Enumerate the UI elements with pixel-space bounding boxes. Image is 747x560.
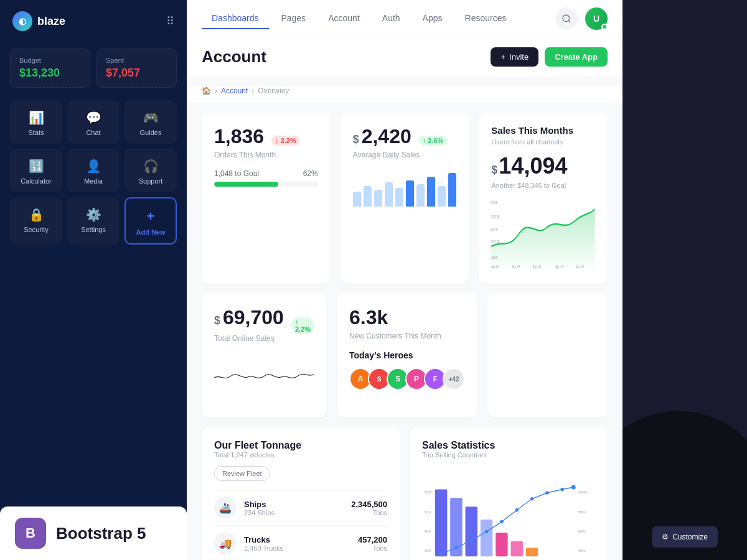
svg-point-37 — [530, 497, 534, 501]
tab-auth[interactable]: Auth — [372, 8, 410, 29]
nav-calculator[interactable]: 🔢 Calculator — [10, 149, 62, 192]
breadcrumb-current: Overwiev — [258, 86, 289, 95]
svg-text:S: S — [377, 375, 381, 383]
budget-card: Budget $13,230 — [10, 49, 90, 88]
truck-value: 457,200 Tons — [358, 535, 387, 552]
breadcrumb-sep2: › — [251, 86, 254, 95]
bootstrap-label: Bootstrap 5 — [56, 524, 146, 543]
guides-icon: 🎮 — [143, 110, 159, 125]
bar-7 — [416, 184, 425, 207]
bootstrap-icon: B — [15, 518, 46, 549]
online-sales-prefix: $ — [214, 314, 220, 327]
nav-support[interactable]: 🎧 Support — [125, 149, 177, 192]
svg-point-31 — [439, 553, 443, 556]
tab-resources[interactable]: Resources — [455, 8, 517, 29]
svg-rect-22 — [466, 506, 477, 556]
bar-3 — [374, 190, 382, 207]
logo-icon: ◐ — [12, 11, 32, 31]
fleet-card: Our Fleet Tonnage Total 1,247 vehicles R… — [202, 427, 400, 560]
sales-month-amount: $ 14,094 — [491, 153, 595, 179]
wavy-chart-svg — [214, 353, 314, 403]
progress-text: 1,048 to Goal — [214, 169, 259, 178]
daily-sales-value: 2,420 — [362, 125, 411, 148]
bar-10 — [448, 173, 456, 207]
nav-chat-label: Chat — [86, 129, 100, 136]
heroes-avatars: A S S P F +42 — [349, 368, 465, 390]
sales-month-value: 14,094 — [499, 153, 567, 179]
svg-rect-25 — [510, 541, 522, 556]
svg-point-32 — [454, 546, 458, 549]
line-chart: Apr 04 Apr 07 Apr 10 Apr 13 Apr 16 $24K … — [491, 197, 595, 271]
sales-month-card: Sales This Months Users from all channel… — [479, 113, 608, 284]
progress-pct: 62% — [303, 169, 318, 178]
fleet-row-trucks: 🚚 Trucks 1,460 Trucks 457,200 Tons — [214, 525, 387, 560]
logo-area: ◐ blaze — [12, 11, 65, 31]
nav-media[interactable]: 👤 Media — [67, 149, 120, 192]
fleet-info-ships: Ships 234 Ships — [244, 500, 275, 516]
svg-rect-24 — [496, 533, 507, 556]
user-avatar[interactable]: U — [585, 7, 608, 30]
daily-sales-label: Average Daily Sales — [353, 151, 457, 159]
svg-rect-26 — [526, 548, 538, 556]
svg-text:80%: 80% — [578, 510, 586, 514]
line-chart-svg: Apr 04 Apr 07 Apr 10 Apr 13 Apr 16 $24K … — [491, 197, 595, 271]
ship-name: Ships — [244, 500, 275, 509]
sales-stats-chart: 800 600 400 200 100% 80% 60% 40 — [422, 466, 595, 560]
online-sales-card: $ 69,700 ↑ 2.2% Total Online Sales — [202, 294, 327, 418]
online-sales-change: ↑ 2.2% — [291, 317, 314, 334]
customers-label: New Customers This Month — [349, 332, 465, 340]
ship-count: 234 Ships — [244, 509, 275, 516]
svg-point-36 — [515, 508, 519, 512]
create-app-button[interactable]: Create App — [545, 47, 608, 67]
heroes-title: Today's Heroes — [349, 350, 465, 360]
breadcrumb-account[interactable]: Account — [221, 86, 248, 95]
progress-section: 1,048 to Goal 62% — [214, 169, 318, 187]
menu-icon[interactable]: ⠿ — [166, 14, 174, 28]
truck-amount: 457,200 — [358, 535, 387, 544]
bootstrap-badge: B Bootstrap 5 — [0, 506, 187, 560]
invite-button[interactable]: + Invite — [491, 47, 538, 67]
sales-month-prefix: $ — [491, 164, 497, 177]
customize-button[interactable]: ⚙ Customize — [652, 526, 718, 548]
app-name: blaze — [37, 15, 65, 28]
svg-rect-20 — [435, 489, 447, 556]
bar-5 — [395, 188, 403, 207]
nav-add-new[interactable]: + Add New — [125, 197, 177, 245]
grid-nav: 📊 Stats 💬 Chat 🎮 Guides 🔢 Calculator 👤 M… — [0, 100, 187, 245]
svg-text:60%: 60% — [578, 529, 586, 533]
review-fleet-button[interactable]: Review Fleet — [214, 466, 270, 481]
nav-security[interactable]: 🔒 Security — [10, 197, 62, 245]
bar-4 — [385, 182, 393, 207]
search-button[interactable] — [555, 7, 578, 30]
truck-count: 1,460 Trucks — [244, 544, 283, 552]
fleet-row-ships: 🚢 Ships 234 Ships 2,345,500 Tons — [214, 490, 387, 525]
nav-stats[interactable]: 📊 Stats — [10, 100, 62, 144]
tab-account[interactable]: Account — [318, 8, 370, 29]
svg-text:$17K: $17K — [491, 226, 498, 232]
tab-apps[interactable]: Apps — [413, 8, 453, 29]
top-nav: Dashboards Pages Account Auth Apps Resou… — [187, 0, 622, 37]
breadcrumb-home[interactable]: 🏠 — [202, 86, 211, 95]
orders-label: Orders This Month — [214, 151, 318, 159]
nav-guides[interactable]: 🎮 Guides — [125, 100, 177, 144]
customize-icon: ⚙ — [662, 533, 669, 541]
breadcrumb-sep1: › — [215, 86, 217, 95]
invite-label: Invite — [509, 52, 529, 62]
nav-settings[interactable]: ⚙️ Settings — [67, 197, 120, 245]
svg-point-34 — [485, 530, 489, 534]
truck-unit: Tons — [358, 544, 387, 552]
svg-point-39 — [560, 488, 564, 492]
customers-card: 6.3k New Customers This Month Today's He… — [337, 294, 477, 418]
fleet-info-trucks: Trucks 1,460 Trucks — [244, 535, 283, 552]
truck-name: Trucks — [244, 535, 283, 544]
customers-value: 6.3k — [349, 306, 388, 329]
calculator-icon: 🔢 — [29, 159, 44, 174]
stats-row-1: 1,836 ↓ 2.2% Orders This Month 1,048 to … — [202, 113, 608, 284]
tab-pages[interactable]: Pages — [271, 8, 316, 29]
spent-value: $7,057 — [106, 67, 167, 80]
nav-chat[interactable]: 💬 Chat — [67, 100, 120, 144]
bar-6 — [406, 180, 414, 207]
nav-stats-label: Stats — [28, 129, 44, 136]
chat-icon: 💬 — [86, 110, 101, 125]
tab-dashboards[interactable]: Dashboards — [202, 8, 269, 29]
